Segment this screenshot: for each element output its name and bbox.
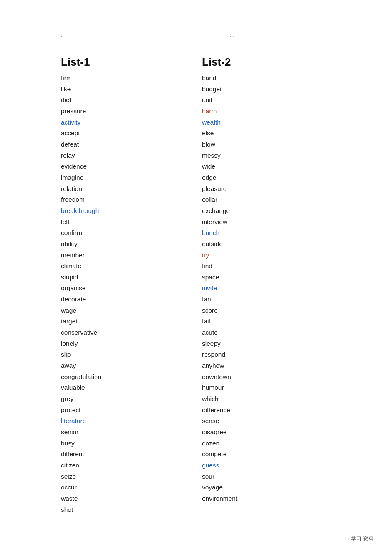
list-item: diet [61, 95, 202, 106]
list-item: messy [202, 150, 343, 161]
list-item: interview [202, 217, 343, 228]
list-item: seize [61, 471, 202, 482]
list-item: different [61, 449, 202, 460]
list-item: wide [202, 161, 343, 172]
list-item: freedom [61, 194, 202, 205]
list-item: unit [202, 95, 343, 106]
list-item: protect [61, 405, 202, 416]
list-item: decorate [61, 294, 202, 305]
list-item: breakthrough [61, 205, 202, 217]
list-item: harm [202, 106, 343, 117]
list-item: confirm [61, 227, 202, 239]
list1-title: List-1 [61, 56, 202, 68]
list-item: bunch [202, 227, 343, 239]
list-item: away [61, 360, 202, 372]
list-item: band [202, 73, 343, 84]
list-item: ability [61, 239, 202, 250]
list-item: invite [202, 283, 343, 294]
list-item: citizen [61, 460, 202, 471]
list-item: sour [202, 471, 343, 482]
list-item: like [61, 84, 202, 95]
list1-words: firmlikedietpressureactivityacceptdefeat… [61, 73, 202, 515]
list-item: humour [202, 382, 343, 394]
dots-row: · · · · [61, 33, 331, 39]
list-item: acute [202, 327, 343, 338]
page-container: · · · · List-1 firmlikedietpressureactiv… [0, 0, 392, 548]
dot-2: · [145, 33, 146, 39]
list-item: activity [61, 117, 202, 128]
list-item: grey [61, 394, 202, 405]
list-item: left [61, 217, 202, 228]
list-item: pleasure [202, 183, 343, 195]
list-item: conservative [61, 327, 202, 338]
list-item: congratulation [61, 372, 202, 383]
list-item: collar [202, 194, 343, 205]
list-item: voyage [202, 482, 343, 493]
list2-title: List-2 [202, 56, 343, 68]
list-item: relay [61, 150, 202, 161]
list-item: else [202, 128, 343, 139]
dot-3: · · [230, 33, 234, 39]
list2-words: bandbudgetunitharmwealthelseblowmessywid… [202, 73, 343, 504]
list-item: find [202, 261, 343, 272]
list-item: slip [61, 349, 202, 360]
list-item: relation [61, 183, 202, 195]
list-item: compete [202, 449, 343, 460]
list-item: fail [202, 316, 343, 327]
list-item: lonely [61, 338, 202, 350]
list-item: disagree [202, 427, 343, 438]
list-item: wage [61, 305, 202, 316]
list-item: firm [61, 73, 202, 84]
list-item: score [202, 305, 343, 316]
list2-column: List-2 bandbudgetunitharmwealthelseblowm… [202, 56, 343, 515]
list-item: imagine [61, 172, 202, 183]
dot-1: · [61, 33, 62, 39]
list-item: valuable [61, 382, 202, 394]
list-item: occur [61, 482, 202, 493]
list-item: space [202, 272, 343, 283]
list-item: guess [202, 460, 343, 471]
list1-column: List-1 firmlikedietpressureactivityaccep… [61, 56, 202, 515]
list-item: which [202, 394, 343, 405]
list-item: waste [61, 493, 202, 504]
list-item: defeat [61, 139, 202, 150]
list-item: respond [202, 349, 343, 360]
list-item: literature [61, 416, 202, 427]
list-item: target [61, 316, 202, 327]
list-item: organise [61, 283, 202, 294]
list-item: anyhow [202, 360, 343, 372]
list-item: environment [202, 493, 343, 504]
list-item: shot [61, 504, 202, 516]
list-item: edge [202, 172, 343, 183]
list-item: exchange [202, 205, 343, 217]
list-item: pressure [61, 106, 202, 117]
list-item: budget [202, 84, 343, 95]
list-item: busy [61, 438, 202, 449]
list-item: outside [202, 239, 343, 250]
list-item: difference [202, 405, 343, 416]
footer-text: · 学习.资料· [348, 535, 375, 543]
list-item: try [202, 250, 343, 261]
list-item: evidence [61, 161, 202, 172]
list-item: senior [61, 427, 202, 438]
list-item: sense [202, 416, 343, 427]
list-item: dozen [202, 438, 343, 449]
lists-container: List-1 firmlikedietpressureactivityaccep… [61, 56, 331, 515]
list-item: wealth [202, 117, 343, 128]
list-item: downtown [202, 372, 343, 383]
list-item: sleepy [202, 338, 343, 350]
list-item: accept [61, 128, 202, 139]
list-item: blow [202, 139, 343, 150]
list-item: fan [202, 294, 343, 305]
list-item: member [61, 250, 202, 261]
list-item: stupid [61, 272, 202, 283]
list-item: climate [61, 261, 202, 272]
